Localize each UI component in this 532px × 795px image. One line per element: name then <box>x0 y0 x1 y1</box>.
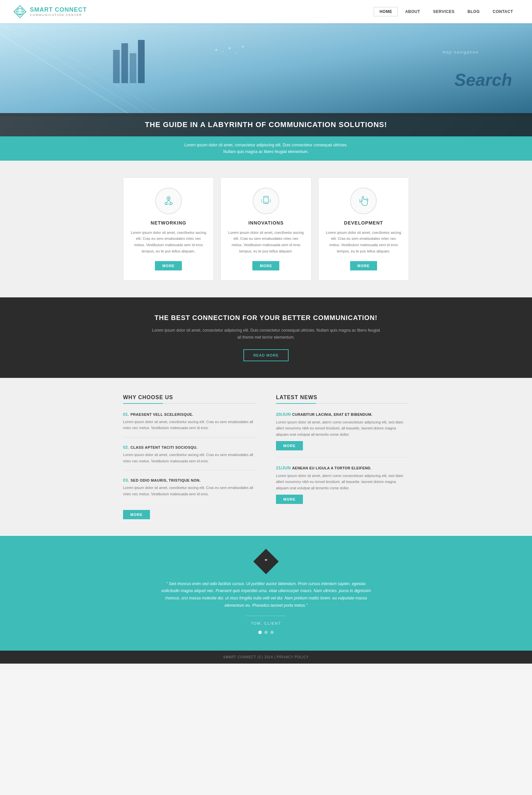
more-button-networking[interactable]: MORE <box>155 261 182 271</box>
two-col-inner: WHY CHOOSE US 01. PRAESENT VELL SCELERIS… <box>123 394 409 519</box>
dot-3[interactable] <box>270 631 274 634</box>
svg-point-17 <box>242 45 244 48</box>
hero-search-label: Search <box>455 70 512 90</box>
svg-rect-24 <box>264 196 268 204</box>
logo-icon <box>13 5 26 18</box>
feature-desc-innovations: Lorem ipsum dolor sit amet, csectloetur … <box>227 229 304 255</box>
svg-point-14 <box>222 51 224 52</box>
dot-indicators <box>13 631 519 634</box>
main-nav: HOME ABOUT SERVICES BLOG CONTACT <box>374 7 519 16</box>
feature-title-innovations: INNOVATIONS <box>248 220 284 225</box>
testimonial-divider <box>246 616 286 616</box>
testimonial-quote: " Sed rhoncus enim sed odio facilisis cu… <box>159 580 373 609</box>
svg-point-13 <box>215 49 217 51</box>
svg-point-16 <box>235 53 237 54</box>
nav-contact[interactable]: CONTACT <box>487 7 519 16</box>
why-choose-col: WHY CHOOSE US 01. PRAESENT VELL SCELERIS… <box>123 394 256 519</box>
svg-point-21 <box>170 203 172 205</box>
why-item-3: 03. SED ODIO MAURIS, TRISTIQUE NON. Lore… <box>123 477 256 503</box>
logo-title: SMART CONNECT <box>30 7 87 13</box>
why-item-2-header: 02. CLASS APTENT TACITI SOCIOSQU. <box>123 444 256 450</box>
why-item-2-text: Lorem ipsum dolor sit amet, csectloetur … <box>123 452 256 464</box>
feature-development: DEVELOPMENT Lorem ipsum dolor sit amet, … <box>318 177 409 281</box>
why-item-3-header: 03. SED ODIO MAURIS, TRISTIQUE NON. <box>123 477 256 483</box>
header: SMART CONNECT COMMUNICATION CENTER HOME … <box>0 0 532 23</box>
news-2-more-button[interactable]: MORE <box>276 495 303 504</box>
logo-area: SMART CONNECT COMMUNICATION CENTER <box>13 5 87 18</box>
feature-title-development: DEVELOPMENT <box>344 220 383 225</box>
why-item-1: 01. PRAESENT VELL SCELERISQUE. Lorem ips… <box>123 411 256 438</box>
tagline-text: Lorem ipsum dolor sit amet, consectetur … <box>7 142 525 155</box>
testimonial-author: TOM, CLIENT <box>13 621 519 625</box>
svg-rect-12 <box>138 40 145 83</box>
development-icon-circle <box>350 188 377 214</box>
networking-icon-circle <box>155 188 182 214</box>
dark-band-desc: Lorem ipsum dolor sit amet, consectetur … <box>13 327 519 341</box>
two-col-wrapper: WHY CHOOSE US 01. PRAESENT VELL SCELERIS… <box>0 378 532 536</box>
svg-line-22 <box>167 200 169 203</box>
feature-desc-networking: Lorem ipsum dolor sit amet, csectloetur … <box>130 229 207 255</box>
dark-band-title: THE BEST CONNECTION FOR YOUR BETTER COMM… <box>13 314 519 322</box>
svg-rect-10 <box>121 43 128 83</box>
more-button-innovations[interactable]: MORE <box>252 261 279 271</box>
footer: SMART CONNECT (C) 2014 | PRIVACY POLICY <box>0 651 532 664</box>
hero-title: THE GUIDE IN A LABYRINTH OF COMMUNICATIO… <box>7 121 525 129</box>
why-choose-title: WHY CHOOSE US <box>123 394 256 401</box>
svg-point-4 <box>19 14 21 15</box>
nav-home[interactable]: HOME <box>374 7 398 16</box>
nav-services[interactable]: SERVICES <box>428 7 460 16</box>
news-item-1-header: 20/JUN CURABITUR LACINIA, ERAT ET BIBEND… <box>276 411 409 417</box>
quote-diamond-wrapper: " <box>13 553 519 571</box>
svg-point-20 <box>165 203 167 205</box>
features-grid: NETWORKING Lorem ipsum dolor sit amet, c… <box>123 177 409 281</box>
feature-networking: NETWORKING Lorem ipsum dolor sit amet, c… <box>123 177 214 281</box>
news-item-1: 20/JUN CURABITUR LACINIA, ERAT ET BIBEND… <box>276 411 409 457</box>
feature-title-networking: NETWORKING <box>151 220 186 225</box>
news-item-2-desc: Lorem ipsum dolor sit amet, aterm come c… <box>276 473 409 491</box>
feature-innovations: INNOVATIONS Lorem ipsum dolor sit amet, … <box>221 177 311 281</box>
latest-news-col: LATEST NEWS 20/JUN CURABITUR LACINIA, ER… <box>276 394 409 519</box>
footer-text: SMART CONNECT (C) 2014 | PRIVACY POLICY <box>13 655 519 659</box>
testimonial-section: " " Sed rhoncus enim sed odio facilisis … <box>0 536 532 651</box>
innovations-icon-circle <box>253 188 279 214</box>
news-item-2-header: 21/JUN AENEAN EU LIGULA A TORTOR ELEIFEN… <box>276 465 409 471</box>
phone-icon <box>260 195 272 207</box>
dot-1[interactable] <box>258 631 262 634</box>
svg-line-23 <box>169 200 171 203</box>
hero-map-label: map navigation <box>442 50 479 55</box>
svg-point-27 <box>265 203 266 204</box>
news-1-more-button[interactable]: MORE <box>276 441 303 450</box>
quote-diamond: " <box>257 553 275 571</box>
dot-2[interactable] <box>264 631 268 634</box>
svg-point-15 <box>228 47 230 49</box>
network-icon <box>163 195 174 207</box>
hero-overlay: THE GUIDE IN A LABYRINTH OF COMMUNICATIO… <box>0 113 532 136</box>
hero-section: map navigation Search THE GUIDE IN A LAB… <box>0 23 532 136</box>
feature-desc-development: Lorem ipsum dolor sit amet, csectloetur … <box>325 229 402 255</box>
features-section: NETWORKING Lorem ipsum dolor sit amet, c… <box>0 161 532 297</box>
nav-blog[interactable]: BLOG <box>462 7 486 16</box>
why-more-button[interactable]: MORE <box>123 510 150 519</box>
why-title-underline <box>123 403 256 404</box>
svg-rect-9 <box>113 50 120 83</box>
svg-rect-5 <box>0 23 532 116</box>
touch-icon <box>358 195 369 207</box>
logo-subtitle: COMMUNICATION CENTER <box>30 13 87 17</box>
why-item-1-text: Lorem ipsum dolor sit amet, csectloetur … <box>123 419 256 431</box>
nav-about[interactable]: ABOUT <box>399 7 425 16</box>
svg-rect-11 <box>130 53 136 83</box>
why-item-2: 02. CLASS APTENT TACITI SOCIOSQU. Lorem … <box>123 444 256 470</box>
dark-band: THE BEST CONNECTION FOR YOUR BETTER COMM… <box>0 297 532 378</box>
hero-visual: map navigation Search <box>0 23 532 116</box>
read-more-button[interactable]: READ MORE <box>243 349 289 361</box>
tagline-band: Lorem ipsum dolor sit amet, consectetur … <box>0 136 532 161</box>
news-item-2: 21/JUN AENEAN EU LIGULA A TORTOR ELEIFEN… <box>276 465 409 511</box>
latest-news-title: LATEST NEWS <box>276 394 409 401</box>
news-title-underline <box>276 403 409 404</box>
news-item-1-desc: Lorem ipsum dolor sit amet, aterm come c… <box>276 419 409 438</box>
why-item-1-header: 01. PRAESENT VELL SCELERISQUE. <box>123 411 256 417</box>
svg-point-19 <box>168 198 169 199</box>
logo-text-block: SMART CONNECT COMMUNICATION CENTER <box>30 7 87 17</box>
hero-bg-svg <box>0 23 532 116</box>
more-button-development[interactable]: MORE <box>350 261 377 271</box>
